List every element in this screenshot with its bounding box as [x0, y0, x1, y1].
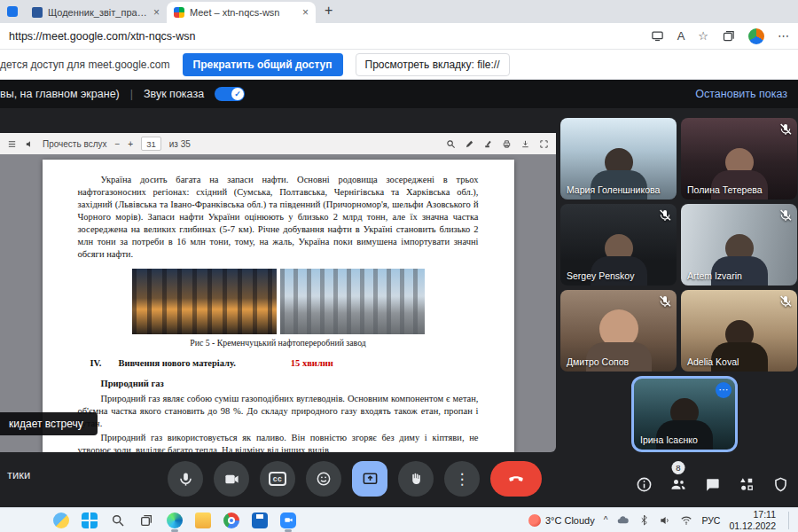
tab-diary-document[interactable]: Щоденник_звіт_практика.p ×: [25, 2, 167, 23]
expand-icon: [539, 139, 549, 149]
screen-share-notice-bar: дется доступ для meet.google.com Прекрат…: [0, 50, 798, 80]
meet-panel-buttons: 8: [636, 475, 789, 493]
search-button[interactable]: [106, 509, 129, 532]
save-app-button[interactable]: [248, 509, 271, 532]
new-tab-button[interactable]: +: [325, 3, 332, 19]
file-explorer-button[interactable]: [192, 509, 215, 532]
hidden-icons-chevron[interactable]: ^: [604, 515, 608, 525]
page-number-box: 31: [141, 137, 161, 151]
raise-hand-button[interactable]: [398, 461, 434, 497]
tab-share-icon[interactable]: [651, 29, 664, 43]
video-tile[interactable]: Artem Izvarin: [681, 204, 797, 286]
participant-name: Sergey Penskoy: [567, 270, 634, 281]
captions-button[interactable]: cc: [260, 461, 295, 497]
weather-widget[interactable]: 3°C Cloudy: [528, 514, 595, 527]
edge-taskbar-button[interactable]: [163, 509, 186, 532]
document-paragraph: Природний газ являє собою суміш газоподі…: [78, 393, 479, 430]
read-aloud-icon[interactable]: A: [677, 29, 685, 43]
edge-icon: [167, 512, 183, 528]
present-screen-button[interactable]: [352, 461, 387, 497]
browser-menu-icon[interactable]: ⋯: [778, 29, 789, 43]
taskbar-app-icons: [50, 509, 300, 532]
search-icon: [446, 139, 456, 149]
more-options-button[interactable]: ⋮: [444, 461, 480, 497]
meeting-details-button[interactable]: [636, 476, 653, 493]
tab-close-icon[interactable]: ×: [302, 6, 309, 19]
more-options-icon: ⋮: [455, 472, 470, 487]
floppy-icon: [252, 512, 268, 528]
tab-title: Щоденник_звіт_практика.p: [48, 7, 148, 18]
chat-button[interactable]: [704, 476, 721, 493]
time-text: 17:11: [754, 509, 777, 520]
self-video-tile[interactable]: ⋯ Ірина Ісаєнко: [631, 376, 738, 452]
view-tab-button[interactable]: Просмотреть вкладку: file://: [356, 53, 510, 76]
draw-icon: [465, 139, 474, 149]
mic-off-icon: [778, 294, 793, 309]
windows-taskbar: 3°C Cloudy ^ РУС 17:11 01.12.2022: [0, 507, 798, 532]
section-number: IV.: [90, 357, 119, 370]
workspace-icon[interactable]: [7, 6, 18, 17]
activities-button[interactable]: [738, 475, 755, 493]
save-icon: [520, 139, 530, 149]
video-tile[interactable]: Полина Тетерева: [681, 118, 797, 200]
url-text[interactable]: https://meet.google.com/xtn-nqcs-wsn: [9, 30, 196, 43]
reactions-button[interactable]: [306, 461, 341, 497]
video-tile[interactable]: Sergey Penskoy: [560, 204, 677, 286]
clock[interactable]: 17:11 01.12.2022: [729, 509, 776, 531]
document-paragraph: Природний газ використовується як паливо…: [78, 432, 479, 452]
video-tile[interactable]: Adelia Koval: [681, 290, 797, 372]
profile-avatar[interactable]: [748, 28, 764, 44]
mic-off-icon: [658, 294, 672, 309]
stop-sharing-button[interactable]: Прекратить общий доступ: [183, 53, 343, 76]
collections-icon[interactable]: [722, 29, 735, 43]
tab-meet[interactable]: Meet – xtn-nqcs-wsn ×: [167, 2, 316, 23]
participant-name: Adelia Koval: [687, 356, 739, 367]
network-icon[interactable]: [680, 514, 692, 527]
tab-close-icon[interactable]: ×: [153, 6, 160, 19]
share-audio-toggle[interactable]: ✓: [215, 87, 245, 101]
video-tile[interactable]: Мария Голеншникова: [560, 118, 677, 200]
start-button[interactable]: [78, 509, 101, 532]
host-controls-button[interactable]: [772, 476, 789, 493]
zoom-taskbar-button[interactable]: [277, 509, 300, 532]
presenting-screen-label: вы, на главном экране): [0, 88, 120, 100]
favorites-star-icon[interactable]: ☆: [698, 29, 708, 43]
show-desktop-button[interactable]: [788, 512, 791, 529]
page-total-label: из 35: [169, 139, 191, 149]
camera-button[interactable]: [214, 461, 249, 497]
participant-name: Мария Голеншникова: [567, 184, 660, 195]
widgets-button[interactable]: [50, 509, 73, 532]
participants-button[interactable]: 8: [669, 475, 687, 493]
shared-screen-tile[interactable]: Прочесть вслух − + 31 из 35 Україна доси…: [0, 133, 556, 452]
weather-icon: [528, 514, 541, 527]
address-bar: https://meet.google.com/xtn-nqcs-wsn A ☆…: [0, 23, 798, 50]
print-icon: [502, 139, 512, 149]
zoom-icon: [280, 512, 296, 528]
end-call-button[interactable]: [490, 461, 542, 497]
participant-name: Полина Тетерева: [687, 184, 763, 195]
stop-presenting-button[interactable]: Остановить показ: [695, 88, 787, 100]
volume-icon[interactable]: [659, 514, 671, 527]
widgets-icon: [53, 512, 69, 528]
language-indicator[interactable]: РУС: [701, 515, 720, 526]
refinery-photo-day: [280, 269, 425, 334]
bluetooth-icon[interactable]: [638, 514, 650, 526]
onedrive-cloud-icon[interactable]: [616, 513, 630, 527]
pdf-toolbar: Прочесть вслух − + 31 из 35: [0, 133, 556, 154]
pdf-page: Україна досить багата на запаси нафти. О…: [43, 160, 514, 452]
subheading: Природний газ: [78, 378, 479, 390]
microphone-button[interactable]: [168, 461, 203, 497]
tab-title: Meet – xtn-nqcs-wsn: [190, 7, 297, 18]
tile-options-button[interactable]: ⋯: [716, 382, 732, 398]
mic-off-icon: [778, 208, 793, 223]
meet-control-bar: cc ⋮: [168, 461, 542, 497]
participant-grid: Мария Голеншникова Полина Тетерева Serge…: [560, 118, 797, 372]
chrome-taskbar-button[interactable]: [220, 509, 243, 532]
system-tray: 3°C Cloudy ^ РУС 17:11 01.12.2022: [528, 509, 794, 531]
participant-leaving-toast: кидает встречу: [0, 412, 98, 435]
video-tile[interactable]: Дмитро Сопов: [560, 290, 677, 372]
meeting-name-label: тики: [7, 468, 30, 481]
tab-strip: Щоденник_звіт_практика.p × Meet – xtn-nq…: [0, 0, 798, 23]
task-view-button[interactable]: [135, 509, 158, 532]
banner-divider: |: [130, 88, 133, 100]
